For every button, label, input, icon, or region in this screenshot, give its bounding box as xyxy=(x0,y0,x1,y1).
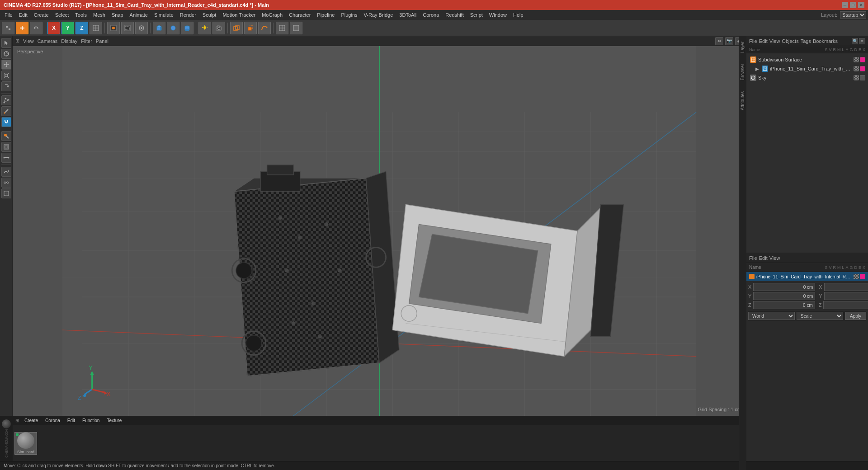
tree-sky-render[interactable] xyxy=(860,75,865,80)
tree-iphone-vis[interactable] xyxy=(854,66,859,71)
menu-vray[interactable]: V-Ray Bridge xyxy=(361,11,396,19)
coord-y-pos[interactable] xyxy=(753,292,815,300)
tree-visibility-dot[interactable] xyxy=(854,57,859,62)
menu-file[interactable]: File xyxy=(2,11,15,19)
tool-paint[interactable] xyxy=(1,131,11,141)
menu-tools[interactable]: Tools xyxy=(72,11,90,19)
toolbar-x-axis[interactable]: X xyxy=(47,22,60,34)
toolbar-new[interactable] xyxy=(16,22,28,34)
viewport-view-menu[interactable]: View xyxy=(23,38,34,44)
toolbar-camera[interactable] xyxy=(212,22,225,34)
toolbar-extrude[interactable] xyxy=(244,22,257,34)
toolbar-display-solid[interactable] xyxy=(290,22,302,34)
tab-browser[interactable]: Browser xyxy=(739,60,746,84)
maximize-button[interactable]: □ xyxy=(850,2,856,8)
mat-create-menu[interactable]: Create xyxy=(23,418,40,423)
menu-animate[interactable]: Animate xyxy=(127,11,151,19)
tool-scale[interactable] xyxy=(1,70,11,80)
tree-render-dot[interactable] xyxy=(860,57,865,62)
om-filter-icon[interactable]: ≡ xyxy=(859,38,865,44)
tree-item-subdivision[interactable]: Subdivision Surface xyxy=(746,55,868,64)
toolbar-world-axis[interactable] xyxy=(90,22,102,34)
om-file-menu[interactable]: File xyxy=(749,38,757,44)
toolbar-render-settings[interactable] xyxy=(135,22,148,34)
toolbar-z-axis[interactable]: Z xyxy=(75,22,88,34)
menu-create[interactable]: Create xyxy=(31,11,52,19)
viewport-header-icon[interactable]: ⊞ xyxy=(15,38,19,44)
tool-knife[interactable] xyxy=(1,106,11,116)
menu-help[interactable]: Help xyxy=(510,11,526,19)
toolbar-undo[interactable] xyxy=(30,22,42,34)
menu-render[interactable]: Render xyxy=(177,11,199,19)
coord-x-pos[interactable] xyxy=(753,283,815,291)
coord-x-size[interactable] xyxy=(824,283,868,291)
menu-simulate[interactable]: Simulate xyxy=(151,11,176,19)
tree-expand-icon[interactable]: ▶ xyxy=(755,66,759,71)
menu-plugins[interactable]: Plugins xyxy=(338,11,360,19)
viewport-camera-icon[interactable]: 📷 xyxy=(725,37,733,45)
minimize-button[interactable]: ─ xyxy=(842,2,848,8)
tool-smooth[interactable] xyxy=(1,167,11,177)
layout-select[interactable]: Startup xyxy=(840,11,866,19)
toolbar-light[interactable] xyxy=(198,22,211,34)
menu-mograph[interactable]: MoGraph xyxy=(259,11,285,19)
tree-item-sky[interactable]: Sky xyxy=(746,73,868,82)
sel-vis-dot[interactable] xyxy=(854,274,859,279)
tool-polygon-pen[interactable] xyxy=(1,95,11,105)
toolbar-boole[interactable] xyxy=(230,22,243,34)
toolbar-y-axis[interactable]: Y xyxy=(61,22,74,34)
world-dropdown[interactable]: World xyxy=(748,312,795,320)
menu-mesh[interactable]: Mesh xyxy=(90,11,108,19)
tool-move[interactable] xyxy=(1,60,11,70)
tool-edge[interactable] xyxy=(1,153,11,163)
attr-edit-menu[interactable]: Edit xyxy=(759,255,768,261)
viewport-lock-icon[interactable]: ⇔ xyxy=(715,37,723,45)
tree-item-iphone[interactable]: ▶ iPhone_11_Sim_Card_Tray_with_Internal_… xyxy=(746,64,868,73)
menu-pipeline[interactable]: Pipeline xyxy=(314,11,337,19)
coord-z-size[interactable] xyxy=(823,301,868,309)
viewport-display-menu[interactable]: Display xyxy=(61,38,77,44)
material-sim-card[interactable]: Sim_card xyxy=(14,432,37,455)
toolbar-render-region[interactable] xyxy=(121,22,134,34)
tree-sky-vis[interactable] xyxy=(854,75,859,80)
viewport-panel-menu[interactable]: Panel xyxy=(96,38,108,44)
toolbar-sweep[interactable] xyxy=(258,22,271,34)
close-button[interactable]: ✕ xyxy=(858,2,864,8)
om-tags-menu[interactable]: Tags xyxy=(801,38,811,44)
toolbar-mode-points[interactable] xyxy=(2,22,14,34)
tool-select-poly[interactable] xyxy=(1,142,11,152)
scale-dropdown[interactable]: Scale xyxy=(797,312,843,320)
om-objects-menu[interactable]: Objects xyxy=(782,38,798,44)
tool-live-select[interactable] xyxy=(1,49,11,59)
mat-header-icon[interactable]: ⊞ xyxy=(15,418,19,423)
viewport-filter-menu[interactable]: Filter xyxy=(81,38,92,44)
toolbar-render[interactable] xyxy=(107,22,120,34)
viewport-cameras-menu[interactable]: Cameras xyxy=(38,38,58,44)
toolbar-cube[interactable] xyxy=(153,22,165,34)
coord-z-pos[interactable] xyxy=(753,301,815,309)
tab-layer[interactable]: Layer xyxy=(739,38,746,56)
menu-redshift[interactable]: Redshift xyxy=(443,11,466,19)
mat-texture-menu[interactable]: Texture xyxy=(105,418,123,423)
om-edit-menu[interactable]: Edit xyxy=(759,38,768,44)
apply-button[interactable]: Apply xyxy=(845,312,866,320)
om-view-menu[interactable]: View xyxy=(769,38,780,44)
om-bookmarks-menu[interactable]: Bookmarks xyxy=(813,38,838,44)
mat-function-menu[interactable]: Function xyxy=(80,418,101,423)
menu-select[interactable]: Select xyxy=(52,11,72,19)
menu-corona[interactable]: Corona xyxy=(420,11,442,19)
tool-subdiv[interactable] xyxy=(1,188,11,198)
menu-motion-tracker[interactable]: Motion Tracker xyxy=(220,11,258,19)
tool-rotate[interactable] xyxy=(1,81,11,91)
attr-view-menu[interactable]: View xyxy=(769,255,780,261)
menu-sculpt[interactable]: Sculpt xyxy=(200,11,219,19)
tool-weld[interactable] xyxy=(1,178,11,188)
mat-corona-menu[interactable]: Corona xyxy=(43,418,62,423)
selected-object-row[interactable]: iPhone_11_Sim_Card_Tray_with_Internal_Re… xyxy=(746,272,868,281)
tool-select[interactable] xyxy=(1,38,11,48)
toolbar-display-wire[interactable] xyxy=(276,22,288,34)
sel-render-dot[interactable] xyxy=(860,274,865,279)
coord-y-size[interactable] xyxy=(824,292,868,300)
main-viewport[interactable]: Perspective xyxy=(13,46,746,416)
menu-3dtoall[interactable]: 3DToAll xyxy=(396,11,419,19)
